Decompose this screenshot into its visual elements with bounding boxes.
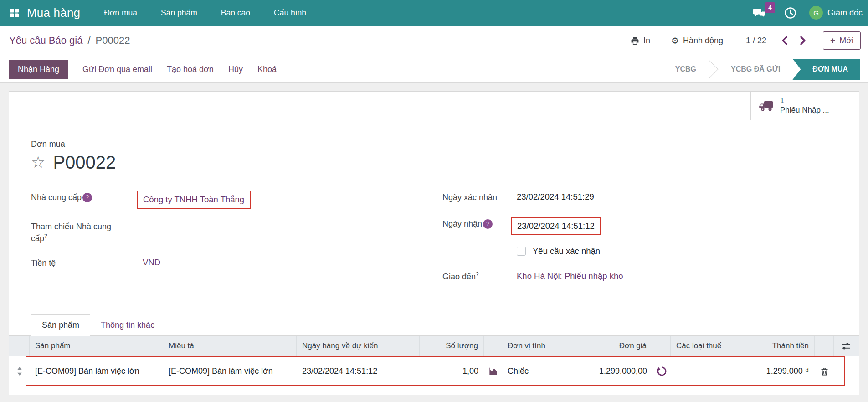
optional-columns-button[interactable] [834, 336, 858, 356]
supplier-link[interactable]: Công ty TNHH Toàn Thắng [143, 195, 244, 204]
cell-unit-price[interactable]: 1.299.000,00 [583, 366, 652, 376]
breadcrumb-separator: / [87, 35, 90, 46]
apps-grid-icon[interactable] [9, 8, 20, 18]
handle-column-header [9, 336, 30, 356]
header-scheduled-date[interactable]: Ngày hàng về dự kiến [297, 336, 420, 356]
top-navbar: Mua hàng Đơn mua Sản phẩm Báo cáo Cấu hì… [0, 0, 868, 26]
control-panel: Yêu cầu Báo giá / P00022 In ⚙ Hành động … [0, 26, 868, 56]
message-count-badge: 4 [765, 2, 775, 13]
receive-date-label: Ngày nhận? [442, 217, 517, 230]
tab-thong-tin-khac[interactable]: Thông tin khác [90, 315, 165, 335]
plus-icon: + [830, 36, 835, 46]
cell-uom[interactable]: Chiếc [502, 366, 583, 376]
status-step-ycbg[interactable]: YCBG [663, 59, 709, 80]
help-badge-icon[interactable]: ? [483, 219, 493, 229]
field-deliver-to: Giao đến? Kho Hà Nội: Phiếu nhập kho [442, 270, 837, 283]
order-line-row[interactable]: [E-COM09] Bàn làm việc lớn [E-COM09] Bàn… [9, 356, 859, 386]
menu-bao-cao[interactable]: Báo cáo [221, 5, 250, 21]
header-taxes[interactable]: Các loại thuế [671, 336, 738, 356]
breadcrumb: Yêu cầu Báo giá / P00022 [9, 35, 130, 46]
table-header-row: Sản phẩm Miêu tả Ngày hàng về dự kiến Số… [9, 336, 859, 356]
header-product[interactable]: Sản phẩm [30, 336, 163, 356]
pager-previous-button[interactable] [778, 34, 791, 47]
header-history-spacer [652, 336, 671, 356]
receipt-stat-button[interactable]: 1 Phiếu Nhập ... [750, 92, 859, 120]
chevron-left-icon [781, 36, 788, 45]
send-by-email-button[interactable]: Gửi Đơn qua email [82, 65, 152, 74]
stat-button-row: 1 Phiếu Nhập ... [9, 92, 859, 120]
step-chevron-separator [709, 59, 719, 80]
lock-button[interactable]: Khoá [257, 65, 277, 74]
content-area: 1 Phiếu Nhập ... Đơn mua ☆ P00022 Nhà cu… [0, 83, 868, 395]
field-confirm-date: Ngày xác nhận 23/02/2024 14:51:29 [442, 191, 837, 203]
menu-san-pham[interactable]: Sản phẩm [161, 5, 197, 21]
gear-icon: ⚙ [671, 36, 679, 45]
stat-label: Phiếu Nhập ... [780, 105, 829, 115]
header-subtotal[interactable]: Thành tiền [738, 336, 815, 356]
header-uom[interactable]: Đơn vị tính [502, 336, 583, 356]
receive-date-input[interactable]: 23/02/2024 14:51:12 [517, 221, 595, 231]
status-step-ycbg-da-gui[interactable]: YCBG ĐÃ GỬI [719, 59, 792, 80]
price-history-icon[interactable] [652, 366, 671, 376]
cell-description[interactable]: [E-COM09] Bàn làm việc lớn [163, 366, 297, 376]
messages-icon[interactable]: 4 [753, 6, 771, 20]
receive-date-value-annotated: 23/02/2024 14:51:12 [511, 217, 601, 235]
field-ask-confirmation: Yêu cầu xác nhận [442, 246, 837, 256]
field-currency: Tiền tệ VND [31, 256, 442, 269]
cell-product[interactable]: [E-COM09] Bàn làm việc lớn [30, 366, 163, 376]
ask-confirmation-label: Yêu cầu xác nhận [533, 246, 600, 256]
activities-clock-icon[interactable] [784, 7, 796, 19]
create-bill-button[interactable]: Tạo hoá đơn [167, 65, 214, 74]
deliver-to-label: Giao đến? [442, 270, 517, 283]
help-badge-icon[interactable]: ? [82, 193, 92, 202]
field-supplier-ref: Tham chiếu Nhà cung cấp? [31, 220, 442, 244]
supplier-label: Nhà cung cấp? [31, 191, 143, 203]
header-description[interactable]: Miêu tả [163, 336, 297, 356]
favorite-star-icon[interactable]: ☆ [31, 155, 45, 170]
header-quantity[interactable]: Số lượng [420, 336, 484, 356]
new-record-button[interactable]: + Mới [823, 31, 861, 50]
forecast-chart-icon[interactable] [484, 366, 502, 376]
sliders-icon [841, 342, 851, 350]
record-name-title: P00022 [53, 152, 116, 172]
help-superscript[interactable]: ? [476, 271, 479, 278]
app-title[interactable]: Mua hàng [27, 6, 80, 20]
tab-san-pham[interactable]: Sản phẩm [31, 314, 90, 336]
menu-don-mua[interactable]: Đơn mua [104, 5, 137, 21]
print-button[interactable]: In [628, 36, 653, 46]
help-superscript[interactable]: ? [44, 233, 47, 239]
cell-scheduled-date[interactable]: 23/02/2024 14:51:12 [297, 366, 420, 376]
drag-handle-icon[interactable] [9, 367, 30, 376]
user-name: Giám đốc [827, 8, 863, 18]
currency-link[interactable]: VND [143, 258, 160, 268]
menu-cau-hinh[interactable]: Cấu hình [274, 5, 306, 21]
status-step-don-mua-active[interactable]: ĐƠN MUA [792, 59, 860, 80]
deliver-to-link[interactable]: Kho Hà Nội: Phiếu nhập kho [517, 271, 623, 281]
delete-line-button[interactable] [815, 366, 834, 376]
breadcrumb-current: P00022 [96, 35, 130, 46]
header-forecast-spacer [484, 336, 502, 356]
confirm-date-value: 23/02/2024 14:51:29 [517, 192, 594, 202]
cell-subtotal[interactable]: 1.299.000 ₫ [738, 366, 815, 376]
order-lines-table: Sản phẩm Miêu tả Ngày hàng về dự kiến Số… [9, 336, 859, 395]
avatar: G [809, 6, 823, 20]
currency-label: Tiền tệ [31, 256, 143, 269]
actions-button[interactable]: ⚙ Hành động [668, 36, 726, 46]
cell-quantity[interactable]: 1,00 [420, 366, 484, 376]
breadcrumb-parent-link[interactable]: Yêu cầu Báo giá [9, 35, 82, 46]
notebook-tabs: Sản phẩm Thông tin khác [9, 314, 859, 336]
table-footer-links: Thêm sản phẩm Thêm phần Thêm ghi chú [9, 386, 859, 395]
pager-next-button[interactable] [797, 34, 809, 47]
spacer [442, 246, 517, 247]
statusbar: Nhận Hàng Gửi Đơn qua email Tạo hoá đơn … [0, 56, 868, 83]
receive-products-button[interactable]: Nhận Hàng [9, 60, 68, 79]
user-menu[interactable]: G Giám đốc [809, 6, 863, 20]
supplier-ref-label: Tham chiếu Nhà cung cấp? [31, 220, 143, 244]
cancel-button[interactable]: Hủy [228, 65, 243, 74]
header-trash-spacer [815, 336, 834, 356]
ask-confirmation-checkbox[interactable] [517, 247, 526, 256]
header-unit-price[interactable]: Đơn giá [583, 336, 652, 356]
confirm-date-label: Ngày xác nhận [442, 191, 517, 203]
main-menu: Đơn mua Sản phẩm Báo cáo Cấu hình [104, 5, 306, 21]
status-pipeline: YCBG YCBG ĐÃ GỬI ĐƠN MUA [663, 59, 860, 80]
